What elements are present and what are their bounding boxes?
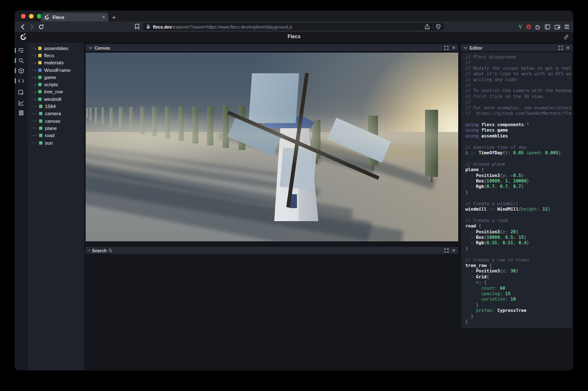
code-line: } [465,314,572,319]
panel-tree-icon[interactable] [15,45,28,55]
entity-label: WoodFrame [44,68,71,73]
entity-label: tree_row [44,89,63,94]
reload-button[interactable] [37,24,45,30]
tree-connector [32,63,34,63]
wallet-icon[interactable] [554,24,560,29]
close-panel-icon[interactable]: × [566,45,570,50]
tree-item-canvas[interactable]: canvas [28,117,84,124]
tree-connector [32,48,34,48]
tree-item-windmill[interactable]: ›windmill [28,95,84,103]
entity-kind-square [39,105,42,108]
entity-kind-square [39,112,42,115]
panel-search-icon[interactable] [15,55,28,66]
code-line: // Override time of day [465,145,572,150]
tree-item-1584[interactable]: 1584 [28,103,84,110]
tree-connector [32,121,37,121]
entity-kind-square [39,127,42,130]
editor-panel-header[interactable]: Editor × [461,44,572,52]
tree-connector [32,135,37,136]
v-extension-icon[interactable]: V [519,24,522,30]
tree-item-flecs[interactable]: ›flecs [28,52,84,59]
cypress-tree [87,108,88,118]
expand-chevron-icon[interactable]: › [34,68,37,72]
expand-chevron-icon[interactable]: › [34,46,37,50]
code-line: using assemblies [465,133,572,139]
browser-window: Flecs × + flecs.dev /explorer/?wasm=http… [15,11,573,370]
panel-editor-code-icon[interactable] [15,76,28,86]
active-indicator [15,78,16,83]
browser-tab[interactable]: Flecs × [41,13,108,21]
tree-item-sun[interactable]: sun [28,139,84,146]
code-line: spacing: 15 [465,291,572,296]
extensions-puzzle-icon[interactable] [535,24,541,29]
collapse-chevron-icon [464,47,467,49]
entity-kind-square [38,69,42,72]
active-indicator [15,68,16,73]
editor-code[interactable]: // Flecs playground//// Modify the value… [461,52,572,329]
fullscreen-icon[interactable] [444,248,449,253]
entity-label: windmill [44,97,61,102]
panel-stats-chart-icon[interactable] [15,98,28,108]
brave-shield-icon[interactable] [436,24,441,29]
close-panel-icon[interactable]: × [452,248,455,253]
canvas-panel-header[interactable]: Canvas × [86,44,458,52]
expand-chevron-icon[interactable]: › [34,61,37,65]
toolbar-extensions: V [519,23,569,30]
cypress-tree [89,108,92,121]
entity-kind-square [39,141,42,145]
main-area: Canvas × [84,42,573,370]
red-extension-icon[interactable] [526,24,531,29]
tree-trunk [316,159,318,164]
bookmark-icon[interactable] [134,24,140,29]
cypress-tree [165,106,170,138]
search-magnifier-icon [108,248,113,253]
code-line: - Box{10000, 0.5, 15} [465,235,572,240]
tree-item-materials[interactable]: ›materials [28,59,84,66]
panel-canvas-3d-icon[interactable] [15,66,28,76]
expand-chevron-icon[interactable]: › [34,97,37,101]
tree-item-scripts[interactable]: ›scripts [28,81,84,88]
close-window-button[interactable] [21,14,26,18]
entity-tree: ›assemblies›flecs›materials›WoodFrame›ga… [28,42,84,370]
tree-item-tree_row[interactable]: ›tree_row [28,88,84,95]
menu-hamburger-icon[interactable] [564,25,569,29]
code-line: using flecs.components.* [465,122,572,127]
back-button[interactable] [19,24,26,30]
tree-item-road[interactable]: road [28,132,84,139]
expand-chevron-icon[interactable]: › [34,90,37,94]
tree-item-game[interactable]: ›game [28,74,84,81]
entity-kind-square [38,76,42,79]
tree-item-WoodFrame[interactable]: ›WoodFrame [28,66,84,74]
code-line: // Create a windmill [465,201,572,206]
fullscreen-icon[interactable] [444,46,449,50]
entity-kind-square [38,83,42,86]
expand-chevron-icon[interactable]: › [34,75,37,79]
close-panel-icon[interactable]: × [452,45,455,50]
cypress-tree [102,107,105,125]
expand-chevron-icon[interactable]: › [34,53,37,58]
url-bar[interactable]: flecs.dev /explorer/?wasm=https://www.fl… [143,23,444,30]
fullscreen-icon[interactable] [559,46,563,50]
minimize-window-button[interactable] [29,14,34,18]
panel-inspector-icon[interactable] [15,87,28,98]
share-link-icon[interactable] [563,34,569,40]
tree-item-camera[interactable]: camera [28,110,84,117]
share-icon[interactable] [425,24,430,29]
entity-kind-square [38,90,42,93]
code-line: - Position3{y: -0.5} [465,173,572,178]
search-panel-header[interactable]: Search × [86,247,458,254]
new-tab-button[interactable]: + [112,13,116,21]
canvas-3d-view[interactable] [86,52,458,241]
tab-close-icon[interactable]: × [102,15,105,20]
code-line: // what it's like to work with an ECS wi… [465,71,572,77]
tree-connector [32,85,34,85]
code-line: plane { [465,167,572,172]
tree-item-assemblies[interactable]: ›assemblies [28,45,84,52]
tree-item-plane[interactable]: plane [28,124,84,132]
forward-button[interactable] [28,24,36,30]
panel-queries-rows-icon[interactable] [15,108,28,118]
sidebar-toggle-icon[interactable] [545,24,550,29]
expand-chevron-icon[interactable]: › [34,82,37,87]
entity-label: sun [45,140,53,145]
code-line [465,156,572,161]
